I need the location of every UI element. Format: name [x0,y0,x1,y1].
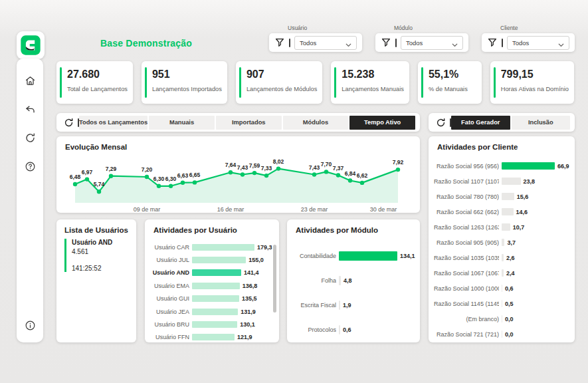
bar[interactable] [502,162,555,170]
bar[interactable] [192,283,240,289]
kpi-lancamentos-importados[interactable]: 951 Lançamentos Importados [142,61,227,104]
bar[interactable] [339,276,341,285]
bar[interactable] [192,244,254,251]
bar-category-label: Razão Social 956 (956) [434,163,499,170]
bar-row-razao-social-721-721[interactable]: Razão Social 721 (721)0,0 [434,326,569,342]
scrollbar[interactable] [273,245,276,313]
back-icon[interactable] [24,103,37,116]
bar[interactable] [502,315,502,322]
tab-tempo-ativo[interactable]: Tempo Ativo [349,116,415,130]
kpi-lancamentos-manuais[interactable]: 15.238 Lançamentos Manuais [331,61,409,104]
bar-row-razao-social-956-956[interactable]: Razão Social 956 (956)66,9 [434,158,569,174]
bar[interactable] [339,325,340,334]
bar[interactable] [192,295,239,302]
data-point[interactable] [312,172,316,176]
bar[interactable] [339,301,340,310]
bar-row-razao-social-1035-1035[interactable]: Razão Social 1035 (1035)2,6 [434,250,569,265]
bar[interactable] [502,178,521,185]
info-icon[interactable] [24,319,37,332]
bar[interactable] [192,321,237,328]
bar-row-usuario-car[interactable]: Usuário CAR179,3 [151,241,272,253]
bar[interactable] [192,269,241,276]
data-point[interactable] [109,174,113,178]
filter-usuario-dropdown[interactable]: Todos [294,36,357,50]
bar[interactable] [502,269,504,277]
bar[interactable] [502,254,504,261]
bar-row-usuario-ffn[interactable]: Usuário FFN121,9 [151,331,272,344]
data-point[interactable] [252,171,256,175]
bar-row-usuario-gui[interactable]: Usuário GUI135,5 [151,293,272,305]
bar[interactable] [192,257,246,263]
data-point[interactable] [324,170,328,174]
data-point[interactable] [241,172,245,176]
bar-row-razao-social-905-905[interactable]: Razão Social 905 (905)3,7 [434,235,569,250]
data-point[interactable] [157,184,161,188]
kpi-percent-manuais[interactable]: 55,1% % de Manuais [418,61,482,104]
kpi-label: % de Manuais [429,86,476,92]
tab-fato-gerador[interactable]: Fato Gerador [451,116,510,130]
bar-row-usuario-jul[interactable]: Usuário JUL155,0 [151,253,272,266]
tab-manuais[interactable]: Manuais [149,116,215,130]
tab-modulos[interactable]: Módulos [283,116,349,130]
bar-category-label: Usuário EMA [151,283,189,289]
bar-row-contabilidade[interactable]: Contabilidade134,1 [294,243,412,268]
data-point[interactable] [169,184,173,188]
home-icon[interactable] [24,74,37,87]
filter-cliente-dropdown[interactable]: Todos [507,36,569,50]
bar-row-usuario-ema[interactable]: Usuário EMA136,8 [151,279,272,292]
bar-value-label: 0,5 [505,301,514,307]
bar-row-escrita-fiscal[interactable]: Escrita Fiscal1,9 [294,293,412,317]
bar[interactable] [502,208,514,215]
app-logo[interactable] [17,31,45,59]
bar[interactable] [192,309,238,315]
data-point[interactable] [348,178,352,182]
data-point[interactable] [193,180,197,184]
bar[interactable] [192,334,235,340]
bar-row-em-branco[interactable]: (Em branco)0,0 [434,311,569,326]
evolucao-line-chart[interactable]: 6,486,975,747,297,206,306,306,636,657,64… [56,154,420,215]
data-point[interactable] [145,175,149,179]
data-point[interactable] [360,181,364,185]
tab-todos-os-lancamentos[interactable]: Todos os Lançamentos [79,116,147,130]
data-point[interactable] [73,182,77,186]
bar-row-razao-social-662-662[interactable]: Razão Social 662 (662)14,6 [434,204,569,219]
data-point[interactable] [181,181,185,185]
bar-row-razao-social-1263-1263[interactable]: Razão Social 1263 (1263)10,7 [434,219,569,235]
help-icon[interactable] [24,160,37,173]
bar[interactable] [502,193,514,200]
user-list-item[interactable]: Usuário AND 4.561 141:25:52 [64,239,128,272]
filter-modulo-dropdown[interactable]: Todos [401,36,463,50]
bar[interactable] [339,251,397,261]
bar[interactable] [502,239,504,246]
data-point[interactable] [336,173,340,177]
data-point[interactable] [264,174,268,178]
bar-row-razao-social-1067-1067[interactable]: Razão Social 1067 (1067)2,4 [434,265,569,281]
bar-row-razao-social-780-780[interactable]: Razão Social 780 (780)15,6 [434,189,569,204]
divider [502,39,503,47]
bar-row-razao-social-1145-1145[interactable]: Razão Social 1145 (1145)0,5 [434,296,569,311]
bar-row-protocolos[interactable]: Protocolos0,6 [294,317,412,342]
data-point[interactable] [85,177,89,181]
kpi-horas-ativas[interactable]: 799,15 Horas Ativas na Domínio [490,61,574,104]
tab-importados[interactable]: Importados [216,116,282,130]
bar-row-usuario-bru[interactable]: Usuário BRU130,1 [151,318,272,330]
bar-row-usuario-and[interactable]: Usuário AND141,4 [151,267,272,279]
refresh-icon[interactable] [63,117,74,128]
bar-row-folha[interactable]: Folha4,8 [294,268,412,293]
bar[interactable] [502,285,502,292]
bar[interactable] [502,223,510,231]
refresh-icon[interactable] [24,132,37,144]
bar-row-razao-social-1107-1107[interactable]: Razão Social 1107 (1107)23,8 [434,174,569,189]
data-point[interactable] [276,166,280,170]
data-point[interactable] [396,168,400,172]
kpi-lancamentos-modulos[interactable]: 907 Lançamentos de Módulos [236,61,322,104]
bar-row-razao-social-1000-1000[interactable]: Razão Social 1000 (1000)0,6 [434,281,569,296]
tab-inclusao[interactable]: Inclusão [512,116,571,130]
data-point[interactable] [97,190,101,193]
data-point[interactable] [229,170,233,174]
bar[interactable] [502,300,502,307]
bar-row-usuario-jea[interactable]: Usuário JEA131,9 [151,305,272,318]
refresh-icon[interactable] [435,117,446,128]
bar[interactable] [502,330,502,338]
kpi-total-lancamentos[interactable]: 27.680 Total de Lançamentos [56,61,133,104]
